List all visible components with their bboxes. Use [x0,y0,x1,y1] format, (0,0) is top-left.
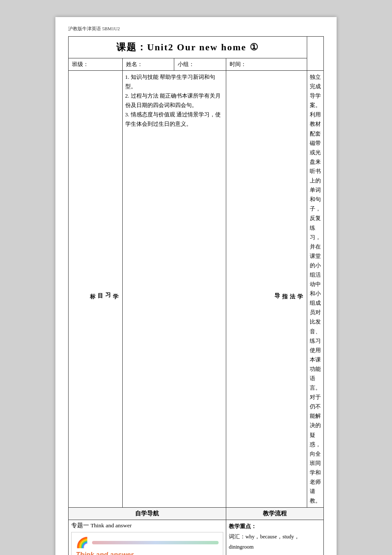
objective-1: 1. 知识与技能 帮助学生学习新词和句型。 [125,72,223,91]
subtitle: 沪教版牛津英语 5BM1U2 [68,26,324,32]
teaching-flow-header: 教学流程 [226,508,323,520]
page-title: 课题：Unit2 Our new home ① [69,37,307,58]
think-answer-box: 🌈 Think and answer Questions: 1. Where a… [71,532,223,555]
self-nav-header: 自学导航 [69,508,226,520]
topic1-label: 专题一 Think and answer [71,522,223,529]
title-row: 课题：Unit2 Our new home ① [69,37,324,58]
teaching-key-label: 教学重点： [229,522,321,532]
method-content: 独立完成导学案。利用教材配套磁带或光盘来听书上的单词和句子，反复练习，并在课堂的… [307,71,323,508]
main-content-row: 专题一 Think and answer 🌈 Think and answer … [69,520,324,555]
objectives-row: 学习目标 1. 知识与技能 帮助学生学习新词和句型。 2. 过程与方法 能正确书… [69,71,324,508]
method-label: 学法指导 [226,71,307,508]
main-table: 课题：Unit2 Our new home ① 班级： 姓名： 小组： 时间： … [68,36,324,555]
page: 沪教版牛津英语 5BM1U2 课题：Unit2 Our new home ① 班… [55,17,337,555]
group-label: 小组： [174,58,226,71]
left-section: 专题一 Think and answer 🌈 Think and answer … [69,520,226,555]
time-label: 时间： [226,58,307,71]
section-header-row: 自学导航 教学流程 [69,508,324,520]
class-label: 班级： [69,58,123,71]
objective-2: 2. 过程与方法 能正确书本课所学有关月份及日期的四会词和四会句。 [125,91,223,110]
objectives-label: 学习目标 [69,71,123,508]
vocab-line: 词汇：why，because，study，diningroom [229,532,321,552]
rainbow-icon: 🌈 [76,537,89,549]
right-content: 教学重点： 词汇：why，because，study，diningroom 教学… [229,522,321,555]
objective-3: 3. 情感态度与价值观 通过情景学习，使学生体会到过生日的意义。 [125,110,223,129]
objectives-content: 1. 知识与技能 帮助学生学习新词和句型。 2. 过程与方法 能正确书本课所学有… [122,71,226,508]
name-label: 姓名： [122,58,174,71]
think-answer-title: Think and answer [76,551,219,555]
right-section: 教学重点： 词汇：why，because，study，diningroom 教学… [226,520,323,555]
info-row: 班级： 姓名： 小组： 时间： [69,58,324,71]
